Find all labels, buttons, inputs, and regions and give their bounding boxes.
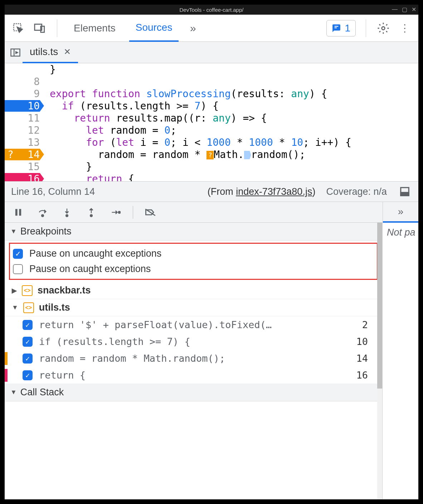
checkbox-checked-icon[interactable]: ✓ xyxy=(23,354,33,364)
code-line[interactable]: 13 for (let i = 0; i < 1000 * 1000 * 10;… xyxy=(5,136,418,148)
svg-point-16 xyxy=(118,211,121,213)
code-content: } xyxy=(44,161,92,173)
step-icon[interactable] xyxy=(108,205,123,219)
breakpoint-code: if (results.length >= 7) { xyxy=(39,336,190,347)
breakpoint-line-number: 14 xyxy=(356,353,375,364)
line-number-gutter[interactable]: 16 xyxy=(5,173,44,182)
code-line[interactable]: 11 return results.map((r: any) => { xyxy=(5,112,418,124)
tab-elements[interactable]: Elements xyxy=(67,15,122,42)
breakpoint-code: return { xyxy=(39,370,86,381)
breakpoint-code: return '$' + parseFloat(value).toFixed(… xyxy=(39,319,272,330)
kebab-menu-icon[interactable]: ⋮ xyxy=(398,21,412,35)
line-number-gutter[interactable]: 8 xyxy=(5,76,44,88)
breakpoint-line-number: 2 xyxy=(362,319,375,330)
tab-sources[interactable]: Sources xyxy=(129,15,179,42)
line-number-gutter[interactable]: 15 xyxy=(5,161,44,173)
inspect-element-icon[interactable] xyxy=(11,21,25,35)
checkbox-checked-icon[interactable]: ✓ xyxy=(13,249,23,259)
navigator-toggle-icon[interactable] xyxy=(8,45,23,60)
svg-rect-8 xyxy=(15,209,18,216)
cursor-position: Line 16, Column 14 xyxy=(11,186,95,197)
code-line[interactable]: 8 xyxy=(5,75,418,88)
disclosure-down-icon: ▼ xyxy=(12,304,18,311)
code-line[interactable]: 12 let random = 0; xyxy=(5,124,418,136)
breakpoint-line-number: 16 xyxy=(356,370,375,381)
window-title: DevTools - coffee-cart.app/ xyxy=(180,7,244,13)
checkbox-checked-icon[interactable]: ✓ xyxy=(23,337,33,347)
step-over-icon[interactable] xyxy=(35,205,50,219)
breakpoint-row[interactable]: ✓return {16 xyxy=(5,367,382,384)
disclosure-down-icon: ▼ xyxy=(10,228,17,235)
code-content: return { xyxy=(44,173,134,182)
file-group-utils[interactable]: ▼ <> utils.ts xyxy=(5,299,382,316)
file-tab-utils[interactable]: utils.ts ✕ xyxy=(23,42,78,63)
device-toolbar-icon[interactable] xyxy=(33,21,47,35)
file-tab-label: utils.ts xyxy=(30,46,58,58)
line-number-gutter[interactable]: 12 xyxy=(5,124,44,136)
breakpoint-marker-icon xyxy=(5,369,8,382)
code-line[interactable]: 14 random = random * ?Math.random(); xyxy=(5,148,418,160)
code-line[interactable]: 16 return { xyxy=(5,173,418,181)
window-close-icon[interactable]: ✕ xyxy=(412,6,416,13)
source-from: (From index-73f73a80.js) xyxy=(208,186,316,197)
disclosure-down-icon: ▼ xyxy=(10,389,17,396)
deactivate-breakpoints-icon[interactable] xyxy=(143,205,157,219)
pause-caught-row[interactable]: Pause on caught exceptions xyxy=(13,261,374,277)
breakpoint-row[interactable]: ✓if (results.length >= 7) {10 xyxy=(5,333,382,350)
svg-point-14 xyxy=(90,214,92,217)
code-content: } xyxy=(44,64,56,75)
file-group-snackbar[interactable]: ▶ <> snackbar.ts xyxy=(5,282,382,299)
bottom-drawer-icon[interactable] xyxy=(398,184,412,199)
svg-point-3 xyxy=(382,26,385,30)
breakpoint-row[interactable]: ✓random = random * Math.random();14 xyxy=(5,350,382,367)
issues-button[interactable]: 1 xyxy=(326,20,356,36)
divider xyxy=(57,19,57,37)
line-number-gutter[interactable]: 10 xyxy=(5,100,44,112)
code-content: random = random * ?Math.random(); xyxy=(44,149,305,160)
step-into-icon[interactable] xyxy=(60,205,74,219)
window-maximize-icon[interactable]: ▢ xyxy=(402,6,407,13)
line-number-gutter[interactable]: 11 xyxy=(5,112,44,124)
code-line[interactable]: 9export function slowProcessing(results:… xyxy=(5,88,418,100)
coverage-status: Coverage: n/a xyxy=(326,186,387,197)
window-titlebar: DevTools - coffee-cart.app/ — ▢ ✕ xyxy=(5,5,418,15)
file-type-icon: <> xyxy=(22,285,33,296)
breakpoint-marker-icon xyxy=(5,352,8,365)
checkbox-checked-icon[interactable]: ✓ xyxy=(23,320,33,330)
disclosure-right-icon: ▶ xyxy=(12,287,17,295)
step-out-icon[interactable] xyxy=(84,205,98,219)
svg-rect-9 xyxy=(19,209,21,216)
pause-uncaught-row[interactable]: ✓ Pause on uncaught exceptions xyxy=(13,246,374,261)
svg-point-10 xyxy=(42,214,44,217)
close-tab-icon[interactable]: ✕ xyxy=(64,47,71,57)
checkbox-unchecked-icon[interactable] xyxy=(13,264,23,274)
file-type-icon: <> xyxy=(23,302,34,313)
issues-count: 1 xyxy=(345,23,350,34)
code-content: export function slowProcessing(results: … xyxy=(44,88,327,100)
highlight-box: ✓ Pause on uncaught exceptions Pause on … xyxy=(9,243,378,280)
code-line[interactable]: } xyxy=(5,63,418,75)
more-panels-icon[interactable]: » xyxy=(383,202,418,223)
divider xyxy=(366,19,366,37)
window-minimize-icon[interactable]: — xyxy=(392,6,398,13)
breakpoints-section-header[interactable]: ▼ Breakpoints xyxy=(5,223,382,241)
breakpoint-line-number: 10 xyxy=(356,336,375,347)
code-editor[interactable]: }89export function slowProcessing(result… xyxy=(5,63,418,181)
line-number-gutter[interactable]: 14 xyxy=(5,149,44,160)
code-content: let random = 0; xyxy=(44,124,176,136)
line-number-gutter[interactable]: 9 xyxy=(5,88,44,100)
vertical-scrollbar[interactable] xyxy=(377,223,382,499)
pause-icon[interactable] xyxy=(11,205,25,219)
line-number-gutter[interactable]: 13 xyxy=(5,137,44,148)
settings-icon[interactable] xyxy=(376,21,390,35)
code-line[interactable]: 10 if (results.length >= 7) { xyxy=(5,100,418,112)
more-tabs-icon[interactable]: » xyxy=(186,21,200,35)
not-paused-text: Not pa xyxy=(383,223,418,242)
code-content: return results.map((r: any) => { xyxy=(44,112,267,124)
breakpoint-row[interactable]: ✓return '$' + parseFloat(value).toFixed(… xyxy=(5,316,382,333)
callstack-section-header[interactable]: ▼ Call Stack xyxy=(5,384,382,401)
code-line[interactable]: 15 } xyxy=(5,160,418,173)
code-content: for (let i = 0; i < 1000 * 1000 * 10; i+… xyxy=(44,137,351,148)
source-file-link[interactable]: index-73f73a80.js xyxy=(236,186,312,197)
checkbox-checked-icon[interactable]: ✓ xyxy=(23,370,33,380)
